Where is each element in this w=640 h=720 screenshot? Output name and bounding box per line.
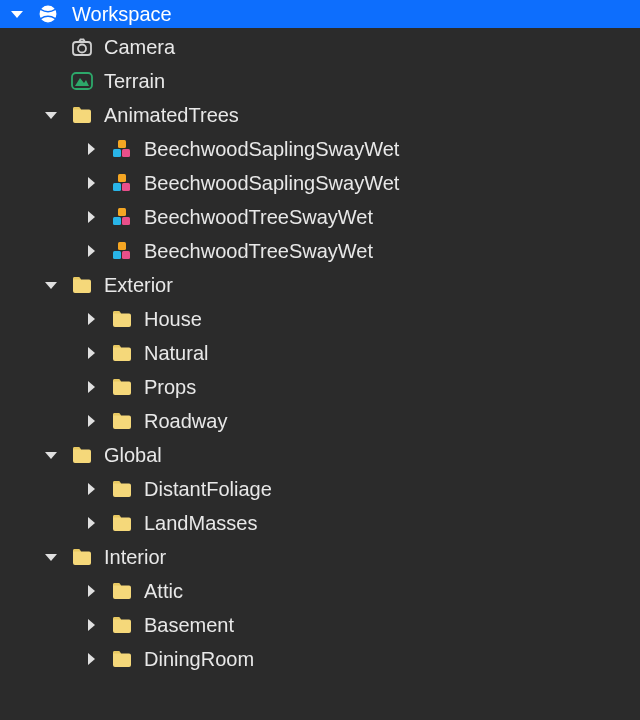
explorer-tree: Camera Terrain AnimatedTrees BeechwoodSa… [0, 28, 640, 676]
tree-row[interactable]: Natural [0, 336, 640, 370]
tree-item-label: Exterior [104, 274, 173, 297]
folder-icon [108, 373, 136, 401]
tree-item-label: Global [104, 444, 162, 467]
chevron-right-icon [88, 211, 95, 223]
tree-row[interactable]: Exterior [0, 268, 640, 302]
tree-item-label: BeechwoodTreeSwayWet [144, 240, 373, 263]
collapse-toggle[interactable] [40, 444, 62, 466]
tree-row[interactable]: BeechwoodSaplingSwayWet [0, 132, 640, 166]
tree-item-label: House [144, 308, 202, 331]
collapse-toggle[interactable] [40, 546, 62, 568]
terrain-icon [68, 67, 96, 95]
workspace-label: Workspace [72, 3, 172, 26]
expand-toggle[interactable] [80, 206, 102, 228]
tree-row[interactable]: Attic [0, 574, 640, 608]
tree-row[interactable]: AnimatedTrees [0, 98, 640, 132]
tree-item-label: Roadway [144, 410, 227, 433]
tree-row[interactable]: House [0, 302, 640, 336]
folder-icon [108, 509, 136, 537]
chevron-right-icon [88, 585, 95, 597]
tree-row[interactable]: Props [0, 370, 640, 404]
expand-toggle[interactable] [80, 376, 102, 398]
tree-item-label: Basement [144, 614, 234, 637]
folder-icon [68, 271, 96, 299]
tree-item-label: DiningRoom [144, 648, 254, 671]
expand-toggle[interactable] [80, 410, 102, 432]
chevron-right-icon [88, 517, 95, 529]
chevron-right-icon [88, 619, 95, 631]
expand-toggle[interactable] [80, 648, 102, 670]
tree-row[interactable]: DiningRoom [0, 642, 640, 676]
tree-row[interactable]: Terrain [0, 64, 640, 98]
chevron-down-icon [45, 554, 57, 561]
folder-icon [68, 101, 96, 129]
model-icon [108, 135, 136, 163]
tree-row[interactable]: BeechwoodTreeSwayWet [0, 234, 640, 268]
tree-item-label: Interior [104, 546, 166, 569]
tree-item-label: DistantFoliage [144, 478, 272, 501]
chevron-right-icon [88, 347, 95, 359]
tree-item-label: AnimatedTrees [104, 104, 239, 127]
svg-rect-10 [118, 208, 126, 216]
svg-rect-8 [113, 183, 121, 191]
svg-rect-5 [113, 149, 121, 157]
expand-toggle[interactable] [80, 512, 102, 534]
chevron-right-icon [88, 381, 95, 393]
svg-rect-13 [118, 242, 126, 250]
expand-toggle[interactable] [80, 614, 102, 636]
tree-item-label: BeechwoodTreeSwayWet [144, 206, 373, 229]
collapse-toggle[interactable] [40, 104, 62, 126]
folder-icon [108, 339, 136, 367]
tree-row[interactable]: Global [0, 438, 640, 472]
folder-icon [68, 441, 96, 469]
tree-row[interactable]: BeechwoodSaplingSwayWet [0, 166, 640, 200]
expand-toggle[interactable] [80, 342, 102, 364]
svg-rect-9 [122, 183, 130, 191]
chevron-down-icon [11, 11, 23, 18]
svg-rect-11 [113, 217, 121, 225]
chevron-right-icon [88, 415, 95, 427]
tree-row[interactable]: DistantFoliage [0, 472, 640, 506]
collapse-toggle[interactable] [40, 274, 62, 296]
tree-item-label: Attic [144, 580, 183, 603]
tree-row[interactable]: Camera [0, 30, 640, 64]
model-icon [108, 203, 136, 231]
tree-item-label: BeechwoodSaplingSwayWet [144, 172, 399, 195]
expand-toggle[interactable] [80, 478, 102, 500]
chevron-right-icon [88, 653, 95, 665]
svg-rect-12 [122, 217, 130, 225]
chevron-right-icon [88, 245, 95, 257]
tree-item-label: Natural [144, 342, 208, 365]
tree-row[interactable]: Interior [0, 540, 640, 574]
chevron-right-icon [88, 483, 95, 495]
expand-toggle[interactable] [80, 138, 102, 160]
model-icon [108, 237, 136, 265]
folder-icon [108, 645, 136, 673]
tree-item-label: BeechwoodSaplingSwayWet [144, 138, 399, 161]
tree-row[interactable]: BeechwoodTreeSwayWet [0, 200, 640, 234]
folder-icon [68, 543, 96, 571]
svg-rect-6 [122, 149, 130, 157]
collapse-toggle[interactable] [6, 3, 28, 25]
tree-row[interactable]: Basement [0, 608, 640, 642]
expand-toggle[interactable] [80, 172, 102, 194]
svg-rect-15 [122, 251, 130, 259]
expand-toggle[interactable] [80, 308, 102, 330]
expand-toggle[interactable] [80, 580, 102, 602]
svg-point-2 [78, 45, 86, 53]
svg-rect-4 [118, 140, 126, 148]
tree-item-label: Terrain [104, 70, 165, 93]
workspace-header-row[interactable]: Workspace [0, 0, 640, 28]
chevron-down-icon [45, 282, 57, 289]
model-icon [108, 169, 136, 197]
chevron-right-icon [88, 313, 95, 325]
expand-toggle[interactable] [80, 240, 102, 262]
tree-item-label: LandMasses [144, 512, 257, 535]
chevron-right-icon [88, 143, 95, 155]
tree-row[interactable]: LandMasses [0, 506, 640, 540]
folder-icon [108, 611, 136, 639]
folder-icon [108, 305, 136, 333]
tree-item-label: Props [144, 376, 196, 399]
tree-row[interactable]: Roadway [0, 404, 640, 438]
tree-item-label: Camera [104, 36, 175, 59]
